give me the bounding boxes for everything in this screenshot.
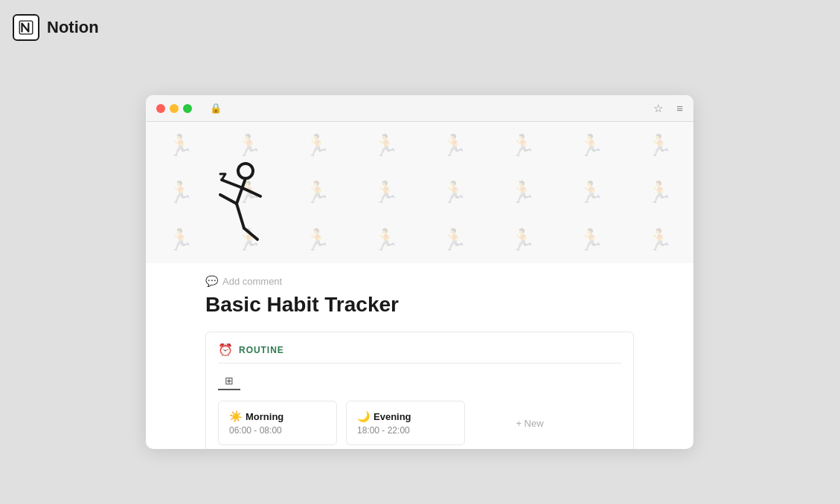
browser-actions: ☆ ≡ <box>653 102 683 115</box>
runner-bg-7: 🏃 <box>557 122 625 169</box>
routine-section: ⏰ ROUTINE ⊞ ☀️ Morning <box>205 332 634 449</box>
close-button[interactable] <box>156 104 165 113</box>
morning-label: Morning <box>246 411 283 422</box>
view-tabs: ⊞ <box>218 372 621 390</box>
menu-icon[interactable]: ≡ <box>676 102 683 114</box>
alarm-icon: ⏰ <box>218 343 233 357</box>
evening-time: 18:00 - 22:00 <box>357 425 454 436</box>
runner-bg-12: 🏃 <box>351 169 420 216</box>
routine-divider <box>218 363 621 364</box>
page-content: 🏃 🏃 🏃 🏃 🏃 🏃 🏃 🏃 🏃 🏃 🏃 🏃 🏃 🏃 🏃 🏃 🏃 🏃 🏃 <box>146 122 693 449</box>
browser-toolbar: 🔒 ☆ ≡ <box>146 95 693 122</box>
new-card-button[interactable]: + New <box>474 401 586 445</box>
runner-bg-23: 🏃 <box>557 216 625 263</box>
runner-bg-16: 🏃 <box>625 169 693 216</box>
notion-logo <box>13 14 39 41</box>
lock-icon: 🔒 <box>210 103 222 114</box>
comment-icon: 💬 <box>205 275 218 287</box>
svg-line-3 <box>222 180 241 187</box>
runner-bg-24: 🏃 <box>625 216 693 263</box>
svg-line-6 <box>237 204 244 228</box>
sun-icon: ☀️ <box>229 410 242 422</box>
morning-time: 06:00 - 08:00 <box>229 425 326 436</box>
runner-bg-21: 🏃 <box>420 216 488 263</box>
page-body: 💬 Add comment Basic Habit Tracker ⏰ ROUT… <box>146 263 693 449</box>
minimize-button[interactable] <box>170 104 179 113</box>
morning-card[interactable]: ☀️ Morning 06:00 - 08:00 <box>218 401 337 445</box>
cover-area: 🏃 🏃 🏃 🏃 🏃 🏃 🏃 🏃 🏃 🏃 🏃 🏃 🏃 🏃 🏃 🏃 🏃 🏃 🏃 <box>146 122 693 263</box>
runner-bg-13: 🏃 <box>420 169 488 216</box>
runner-bg-14: 🏃 <box>488 169 557 216</box>
routine-label: ROUTINE <box>239 345 284 355</box>
evening-card-title: 🌙 Evening <box>357 410 454 422</box>
browser-window: 🔒 ☆ ≡ 🏃 🏃 🏃 🏃 🏃 🏃 🏃 🏃 🏃 🏃 🏃 🏃 <box>146 95 693 449</box>
morning-card-title: ☀️ Morning <box>229 410 326 422</box>
main-figure <box>199 158 281 254</box>
add-comment-row[interactable]: 💬 Add comment <box>205 275 634 287</box>
add-comment-label[interactable]: Add comment <box>222 276 282 287</box>
svg-point-1 <box>238 164 253 178</box>
svg-line-4 <box>241 187 260 196</box>
traffic-lights <box>156 104 192 113</box>
runner-bg-6: 🏃 <box>488 122 557 169</box>
runner-bg-3: 🏃 <box>283 122 351 169</box>
new-card-label: + New <box>516 418 543 429</box>
notion-brand: Notion <box>13 14 99 41</box>
runner-bg-11: 🏃 <box>283 169 351 216</box>
runner-bg-20: 🏃 <box>351 216 420 263</box>
runner-bg-4: 🏃 <box>351 122 420 169</box>
notion-title-text: Notion <box>47 18 99 37</box>
grid-view-tab[interactable]: ⊞ <box>218 372 240 390</box>
runner-bg-8: 🏃 <box>625 122 693 169</box>
page-title: Basic Habit Tracker <box>205 293 634 317</box>
star-icon[interactable]: ☆ <box>653 102 663 115</box>
svg-line-5 <box>220 195 237 204</box>
evening-card[interactable]: 🌙 Evening 18:00 - 22:00 <box>346 401 465 445</box>
cards-row: ☀️ Morning 06:00 - 08:00 🌙 Evening 18:00… <box>218 401 621 445</box>
runner-bg-22: 🏃 <box>488 216 557 263</box>
evening-label: Evening <box>373 411 411 422</box>
grid-icon: ⊞ <box>225 375 234 387</box>
runner-bg-15: 🏃 <box>557 169 625 216</box>
svg-line-2 <box>237 178 246 204</box>
runner-bg-5: 🏃 <box>420 122 488 169</box>
moon-icon: 🌙 <box>357 410 370 422</box>
runner-bg-19: 🏃 <box>283 216 351 263</box>
svg-line-7 <box>244 228 257 239</box>
routine-header: ⏰ ROUTINE <box>218 343 621 357</box>
maximize-button[interactable] <box>183 104 192 113</box>
